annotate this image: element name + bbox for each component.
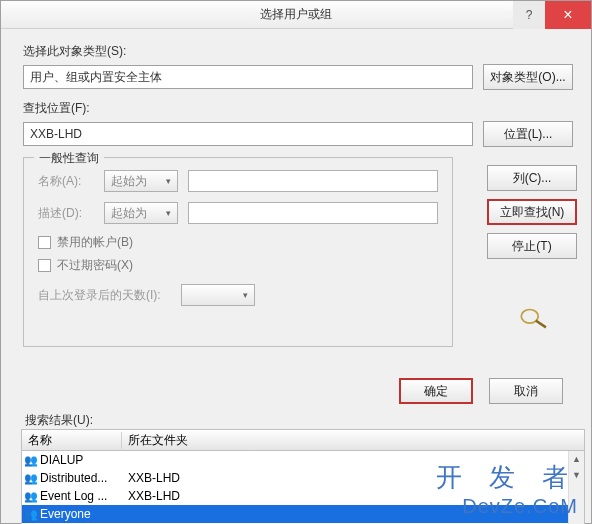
object-type-label: 选择此对象类型(S): — [23, 43, 573, 60]
query-wrap: 一般性查询 名称(A): 起始为 ▾ 描述(D): 起始为 ▾ — [23, 157, 573, 362]
stop-button[interactable]: 停止(T) — [487, 233, 577, 259]
titlebar-controls: ? × — [513, 1, 591, 29]
titlebar: 选择用户或组 ? × — [1, 1, 591, 29]
group-icon: 👥 — [22, 472, 40, 485]
desc-input[interactable] — [188, 202, 438, 224]
help-button[interactable]: ? — [513, 1, 545, 29]
results-header: 名称 所在文件夹 — [21, 429, 585, 451]
disabled-accounts-checkbox[interactable]: 禁用的帐户(B) — [38, 234, 438, 251]
window-title: 选择用户或组 — [260, 6, 332, 23]
ok-button[interactable]: 确定 — [399, 378, 473, 404]
columns-button[interactable]: 列(C)... — [487, 165, 577, 191]
object-type-field[interactable]: 用户、组或内置安全主体 — [23, 65, 473, 89]
cancel-button[interactable]: 取消 — [489, 378, 563, 404]
checkbox-icon — [38, 236, 51, 249]
dialog-window: 选择用户或组 ? × 选择此对象类型(S): 用户、组或内置安全主体 对象类型(… — [0, 0, 592, 524]
column-name[interactable]: 名称 — [22, 432, 122, 449]
no-expire-password-checkbox[interactable]: 不过期密码(X) — [38, 257, 438, 274]
row-folder: XXB-LHD — [122, 489, 584, 503]
location-field[interactable]: XXB-LHD — [23, 122, 473, 146]
no-expire-password-label: 不过期密码(X) — [57, 257, 133, 274]
chevron-down-icon: ▾ — [166, 208, 171, 218]
group-icon: 👥 — [22, 508, 40, 521]
last-login-select[interactable]: ▾ — [181, 284, 255, 306]
scrollbar[interactable]: ▲ ▼ — [568, 451, 584, 524]
name-mode-select[interactable]: 起始为 ▾ — [104, 170, 178, 192]
chevron-down-icon: ▾ — [166, 176, 171, 186]
results-list: 名称 所在文件夹 👥 DIALUP 👥 Distributed... XXB-L… — [21, 429, 585, 524]
desc-mode-value: 起始为 — [111, 205, 147, 222]
list-item-selected[interactable]: 👥 Everyone — [22, 505, 584, 523]
location-label: 查找位置(F): — [23, 100, 573, 117]
query-legend: 一般性查询 — [34, 150, 104, 167]
desc-label: 描述(D): — [38, 205, 94, 222]
column-folder[interactable]: 所在文件夹 — [122, 432, 584, 449]
dialog-actions: 确定 取消 — [1, 370, 591, 408]
checkbox-icon — [38, 259, 51, 272]
row-folder: XXB-LHD — [122, 471, 584, 485]
list-item[interactable]: 👥 Distributed... XXB-LHD — [22, 469, 584, 487]
chevron-down-icon: ▾ — [243, 290, 248, 300]
group-icon: 👥 — [22, 490, 40, 503]
svg-line-1 — [536, 321, 546, 328]
dialog-body: 选择此对象类型(S): 用户、组或内置安全主体 对象类型(O)... 查找位置(… — [1, 29, 591, 370]
scroll-up-icon[interactable]: ▲ — [569, 451, 584, 467]
disabled-accounts-label: 禁用的帐户(B) — [57, 234, 133, 251]
results-body[interactable]: 👥 DIALUP 👥 Distributed... XXB-LHD 👥 Even… — [21, 451, 585, 524]
list-item[interactable]: 👥 Event Log ... XXB-LHD — [22, 487, 584, 505]
search-icon — [517, 305, 551, 331]
group-icon: 👥 — [22, 454, 40, 467]
query-fieldset: 一般性查询 名称(A): 起始为 ▾ 描述(D): 起始为 ▾ — [23, 157, 453, 347]
name-mode-value: 起始为 — [111, 173, 147, 190]
name-input[interactable] — [188, 170, 438, 192]
row-name: Distributed... — [40, 471, 122, 485]
row-name: Event Log ... — [40, 489, 122, 503]
find-now-button[interactable]: 立即查找(N) — [487, 199, 577, 225]
row-name: DIALUP — [40, 453, 122, 467]
object-types-button[interactable]: 对象类型(O)... — [483, 64, 573, 90]
row-name: Everyone — [40, 507, 122, 521]
close-button[interactable]: × — [545, 1, 591, 29]
scroll-down-icon[interactable]: ▼ — [569, 467, 584, 483]
desc-mode-select[interactable]: 起始为 ▾ — [104, 202, 178, 224]
search-results-label: 搜索结果(U): — [1, 412, 591, 429]
name-label: 名称(A): — [38, 173, 94, 190]
locations-button[interactable]: 位置(L)... — [483, 121, 573, 147]
last-login-label: 自上次登录后的天数(I): — [38, 287, 161, 304]
list-item[interactable]: 👥 DIALUP — [22, 451, 584, 469]
